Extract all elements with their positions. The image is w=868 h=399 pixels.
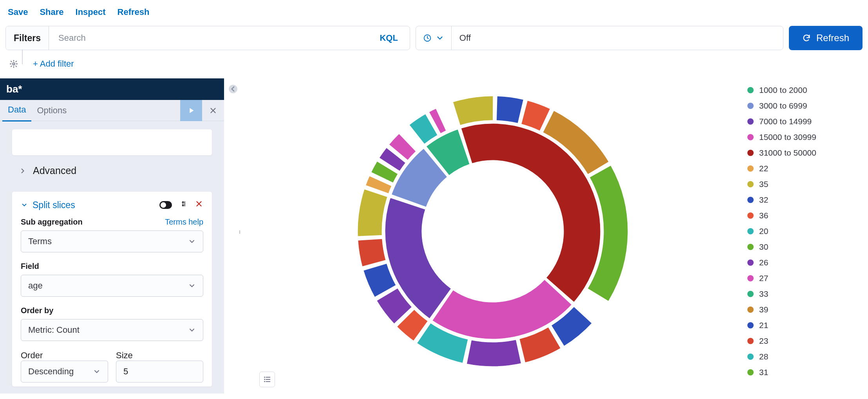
aggregation-title[interactable]: Split slices <box>33 200 75 210</box>
index-pattern-selector[interactable]: ba* <box>0 78 224 100</box>
panel-options-button[interactable] <box>239 227 243 240</box>
legend-toggle-button[interactable] <box>259 372 275 387</box>
outer-slice[interactable] <box>496 96 524 123</box>
gear-icon <box>9 60 18 68</box>
legend-label: 31000 to 50000 <box>759 148 816 158</box>
orderby-value: Metric: Count <box>28 325 80 335</box>
refresh-button[interactable]: Refresh <box>789 26 863 50</box>
order-label: Order <box>21 350 43 360</box>
legend-item[interactable]: 27 <box>747 274 849 283</box>
menu-share[interactable]: Share <box>40 7 63 17</box>
outer-slice[interactable] <box>357 189 388 237</box>
menu-save[interactable]: Save <box>8 7 28 17</box>
outer-slice[interactable] <box>358 238 386 267</box>
legend-item[interactable]: 22 <box>747 164 849 173</box>
metric-card-collapsed[interactable] <box>12 129 212 156</box>
field-select[interactable]: age <box>21 275 203 297</box>
close-panel-button[interactable] <box>202 100 224 121</box>
legend-dot-icon <box>747 354 754 360</box>
legend-label: 32 <box>759 195 768 205</box>
chart-legend: 1000 to 20003000 to 69997000 to 14999150… <box>743 78 853 394</box>
terms-help-link[interactable]: Terms help <box>165 218 203 227</box>
legend-dot-icon <box>747 338 754 344</box>
legend-item[interactable]: 15000 to 30999 <box>747 132 849 142</box>
size-label: Size <box>116 350 133 360</box>
tab-data[interactable]: Data <box>2 99 31 122</box>
kebab-icon <box>239 227 243 238</box>
legend-label: 23 <box>759 336 768 346</box>
legend-dot-icon <box>747 197 754 203</box>
remove-aggregation-button[interactable] <box>195 200 203 210</box>
chevron-down-icon <box>21 201 28 209</box>
legend-item[interactable]: 39 <box>747 305 849 314</box>
legend-dot-icon <box>747 150 754 156</box>
legend-dot-icon <box>747 259 754 266</box>
legend-dot-icon <box>747 212 754 219</box>
tab-options[interactable]: Options <box>31 100 72 121</box>
legend-item[interactable]: 36 <box>747 211 849 220</box>
menu-refresh[interactable]: Refresh <box>118 7 150 17</box>
drag-handle-icon[interactable] <box>180 200 187 210</box>
legend-item[interactable]: 20 <box>747 227 849 236</box>
subagg-select[interactable]: Terms <box>21 230 203 252</box>
legend-dot-icon <box>747 87 754 93</box>
filters-pill: Filters KQL <box>5 26 410 50</box>
close-icon <box>209 106 217 115</box>
add-filter-button[interactable]: + Add filter <box>33 59 74 69</box>
menu-inspect[interactable]: Inspect <box>76 7 106 17</box>
legend-item[interactable]: 23 <box>747 336 849 346</box>
svg-point-5 <box>239 233 240 234</box>
advanced-label: Advanced <box>33 165 76 176</box>
chevron-down-icon <box>188 326 196 334</box>
legend-item[interactable]: 31000 to 50000 <box>747 148 849 158</box>
order-select[interactable]: Descending <box>21 361 108 383</box>
legend-dot-icon <box>747 369 754 375</box>
subagg-label: Sub aggregation <box>21 218 83 227</box>
donut-chart[interactable] <box>242 78 743 384</box>
advanced-toggle[interactable]: Advanced <box>12 156 212 183</box>
search-wrap: KQL <box>49 26 410 50</box>
legend-label: 22 <box>759 164 768 173</box>
field-label: Field <box>21 262 39 271</box>
legend-item[interactable]: 28 <box>747 352 849 361</box>
legend-item[interactable]: 31 <box>747 368 849 377</box>
outer-slice[interactable] <box>466 339 522 367</box>
legend-label: 26 <box>759 258 768 267</box>
legend-item[interactable]: 21 <box>747 321 849 330</box>
chevron-down-icon <box>188 238 196 245</box>
query-language-button[interactable]: KQL <box>380 33 401 43</box>
chevron-down-icon <box>436 34 444 42</box>
filters-label[interactable]: Filters <box>6 26 49 50</box>
quick-select-button[interactable] <box>416 26 452 50</box>
query-bar: Filters KQL Off Refresh <box>0 26 868 53</box>
filter-connector-line <box>22 49 23 64</box>
legend-dot-icon <box>747 118 754 125</box>
apply-changes-button[interactable] <box>180 100 202 121</box>
list-icon <box>263 375 271 384</box>
legend-item[interactable]: 33 <box>747 289 849 299</box>
chevron-left-circle-icon <box>228 84 238 94</box>
legend-item[interactable]: 35 <box>747 180 849 189</box>
top-menu: Save Share Inspect Refresh <box>0 0 868 26</box>
filter-settings-button[interactable] <box>9 60 18 68</box>
legend-label: 35 <box>759 180 768 189</box>
time-value[interactable]: Off <box>452 26 783 50</box>
legend-item[interactable]: 26 <box>747 258 849 267</box>
subagg-value: Terms <box>28 236 52 247</box>
legend-item[interactable]: 1000 to 2000 <box>747 85 849 95</box>
outer-slice[interactable] <box>452 96 494 126</box>
aggregation-enable-toggle[interactable] <box>159 201 172 209</box>
size-input[interactable]: 5 <box>116 361 203 383</box>
orderby-select[interactable]: Metric: Count <box>21 319 203 341</box>
svg-point-8 <box>264 381 265 382</box>
legend-label: 28 <box>759 352 768 361</box>
search-input[interactable] <box>58 33 380 44</box>
legend-item[interactable]: 32 <box>747 195 849 205</box>
legend-item[interactable]: 3000 to 6999 <box>747 101 849 111</box>
svg-point-6 <box>264 377 265 378</box>
play-icon <box>187 106 195 115</box>
clock-icon <box>423 34 432 42</box>
legend-label: 15000 to 30999 <box>759 132 816 142</box>
legend-item[interactable]: 30 <box>747 242 849 252</box>
legend-item[interactable]: 7000 to 14999 <box>747 117 849 126</box>
